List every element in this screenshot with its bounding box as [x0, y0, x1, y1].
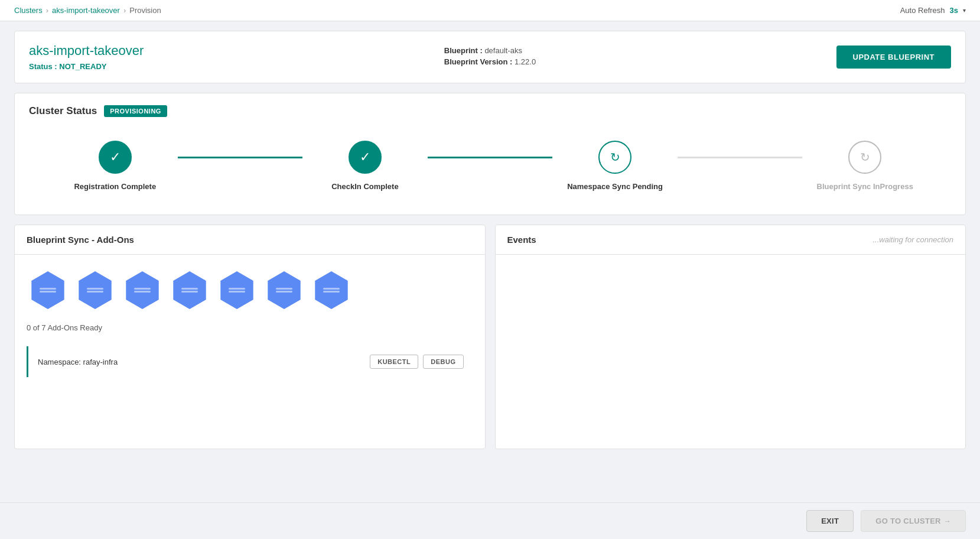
hexagon-4 [168, 269, 211, 311]
connector-2 [428, 157, 553, 158]
step-blueprint-sync: ↻ Blueprint Sync InProgress [802, 141, 927, 191]
step-circle-checkin: ✓ [349, 141, 382, 174]
auto-refresh-label: Auto Refresh [900, 6, 945, 15]
right-panel: Events ...waiting for connection [495, 225, 966, 449]
cluster-info: aks-import-takeover Status : NOT_READY [29, 43, 144, 71]
step-label-namespace: Namespace Sync Pending [567, 182, 663, 191]
left-panel-title: Blueprint Sync - Add-Ons [27, 235, 134, 245]
breadcrumb-cluster-name[interactable]: aks-import-takeover [52, 6, 120, 15]
right-panel-header: Events ...waiting for connection [496, 225, 966, 255]
namespace-label: Namespace: rafay-infra [38, 358, 118, 366]
sync-icon: ↻ [610, 150, 620, 164]
blueprint-info: Blueprint : default-aks Blueprint Versio… [444, 46, 536, 69]
debug-button[interactable]: DEBUG [423, 355, 463, 369]
breadcrumb-current: Provision [129, 6, 161, 15]
events-status: ...waiting for connection [872, 235, 953, 244]
left-panel-header: Blueprint Sync - Add-Ons [15, 225, 485, 255]
sync-icon-inactive: ↻ [860, 150, 870, 164]
blueprint-version-label: Blueprint Version : [444, 57, 513, 66]
blueprint-label: Blueprint : [444, 46, 483, 55]
hexagon-6 [263, 269, 305, 311]
left-panel-body: 0 of 7 Add-Ons Ready Namespace: rafay-in… [15, 255, 485, 391]
addons-count: 0 of 7 Add-Ons Ready [27, 323, 473, 332]
blueprint-name-row: Blueprint : default-aks [444, 46, 536, 55]
breadcrumb: Clusters › aks-import-takeover › Provisi… [14, 6, 161, 15]
right-panel-title: Events [507, 235, 536, 245]
update-blueprint-button[interactable]: UPDATE BLUEPRINT [836, 46, 951, 69]
breadcrumb-sep2: › [123, 6, 126, 15]
provisioning-badge: PROVISIONING [104, 105, 167, 117]
step-label-registration: Registration Complete [74, 182, 156, 191]
cluster-name: aks-import-takeover [29, 43, 144, 59]
check-icon: ✓ [110, 150, 121, 165]
right-panel-body [496, 255, 966, 283]
cluster-status-title: Cluster Status [29, 105, 97, 117]
check-icon-2: ✓ [360, 150, 370, 165]
auto-refresh-value: 3s [950, 6, 958, 15]
step-registration: ✓ Registration Complete [53, 141, 178, 191]
hexagon-5 [216, 269, 258, 311]
hexagon-3 [121, 269, 164, 311]
hexagon-2 [74, 269, 116, 311]
cluster-status-header: Cluster Status PROVISIONING [29, 105, 951, 117]
chevron-down-icon: ▾ [963, 7, 966, 14]
blueprint-version-row: Blueprint Version : 1.22.0 [444, 57, 536, 66]
left-panel: Blueprint Sync - Add-Ons [14, 225, 486, 449]
cluster-status-card: Cluster Status PROVISIONING ✓ Registrati… [14, 93, 966, 215]
step-circle-blueprint: ↻ [848, 141, 881, 174]
step-checkin: ✓ CheckIn Complete [302, 141, 428, 191]
bottom-panels: Blueprint Sync - Add-Ons [14, 225, 966, 449]
breadcrumb-clusters[interactable]: Clusters [14, 6, 43, 15]
top-bar: Clusters › aks-import-takeover › Provisi… [0, 0, 980, 21]
hexagon-1 [27, 269, 69, 311]
step-namespace-sync: ↻ Namespace Sync Pending [552, 141, 678, 191]
hexagons-row [27, 269, 473, 311]
header-card: aks-import-takeover Status : NOT_READY B… [14, 31, 966, 83]
cluster-status: Status : NOT_READY [29, 62, 144, 71]
namespace-section: Namespace: rafay-infra KUBECTL DEBUG [27, 346, 473, 377]
status-label: Status : [29, 62, 57, 71]
connector-1 [178, 157, 303, 158]
hexagon-7 [310, 269, 353, 311]
breadcrumb-sep1: › [46, 6, 48, 15]
step-circle-registration: ✓ [99, 141, 132, 174]
connector-3 [678, 157, 803, 158]
main-content: aks-import-takeover Status : NOT_READY B… [0, 21, 980, 459]
auto-refresh[interactable]: Auto Refresh 3s ▾ [900, 6, 966, 15]
step-circle-namespace: ↻ [598, 141, 631, 174]
steps-container: ✓ Registration Complete ✓ CheckIn Comple… [29, 135, 951, 197]
step-label-blueprint: Blueprint Sync InProgress [817, 182, 913, 191]
namespace-buttons: KUBECTL DEBUG [370, 355, 463, 369]
step-label-checkin: CheckIn Complete [331, 182, 398, 191]
status-value: NOT_READY [59, 62, 106, 71]
kubectl-button[interactable]: KUBECTL [370, 355, 418, 369]
